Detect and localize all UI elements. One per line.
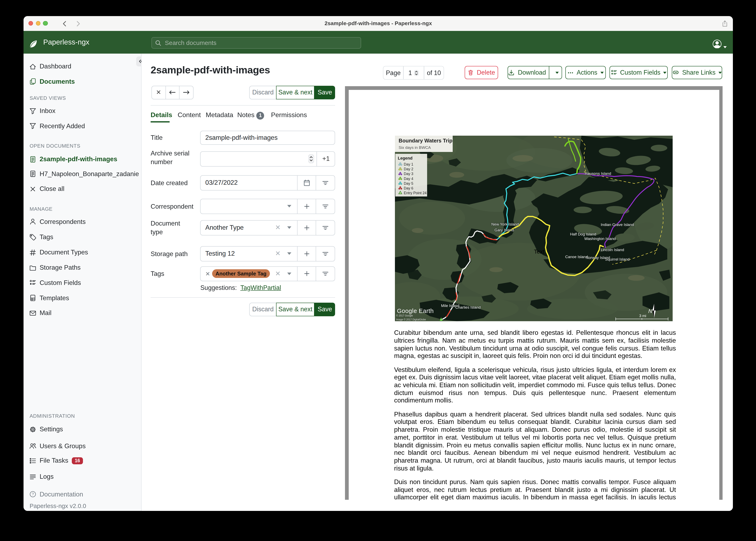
- svg-text:Day 6: Day 6: [404, 186, 413, 190]
- svg-text:Boundary Waters Trip: Boundary Waters Trip: [398, 138, 452, 144]
- svg-text:Text: Text: [534, 249, 544, 255]
- svg-text:Squirrel Island: Squirrel Island: [605, 257, 630, 262]
- svg-text:3 mi: 3 mi: [639, 314, 646, 318]
- svg-text:Six days in BWCA: Six days in BWCA: [398, 145, 431, 150]
- svg-text:Hausons Island: Hausons Island: [585, 171, 611, 176]
- svg-text:Canoe Island: Canoe Island: [565, 255, 588, 259]
- svg-text:Washington Island: Washington Island: [584, 237, 615, 241]
- svg-text:Day 4: Day 4: [404, 177, 413, 181]
- svg-text:Day 1: Day 1: [404, 162, 413, 166]
- svg-text:Day 3: Day 3: [404, 172, 413, 176]
- svg-text:Half Dog Island: Half Dog Island: [570, 232, 596, 236]
- svg-text:Lincoln Island: Lincoln Island: [601, 248, 624, 252]
- svg-text:N: N: [648, 308, 652, 314]
- svg-text:Gary Island: Gary Island: [494, 228, 514, 232]
- svg-text:Day 5: Day 5: [404, 182, 413, 186]
- svg-text:Day 2: Day 2: [404, 167, 413, 171]
- svg-text:Legend: Legend: [398, 156, 412, 161]
- svg-text:New York Island: New York Island: [491, 222, 519, 227]
- svg-text:Image © 2017 DigitalGlobe: Image © 2017 DigitalGlobe: [396, 318, 426, 321]
- svg-text:© 2017 Google: © 2017 Google: [396, 314, 413, 317]
- svg-text:Charlies Island: Charlies Island: [455, 305, 481, 309]
- svg-text:Indian Grave Island: Indian Grave Island: [601, 223, 634, 227]
- svg-text:Google Earth: Google Earth: [397, 307, 434, 314]
- svg-text:?: ?: [32, 492, 34, 496]
- svg-text:Entry Point 24: Entry Point 24: [404, 191, 426, 195]
